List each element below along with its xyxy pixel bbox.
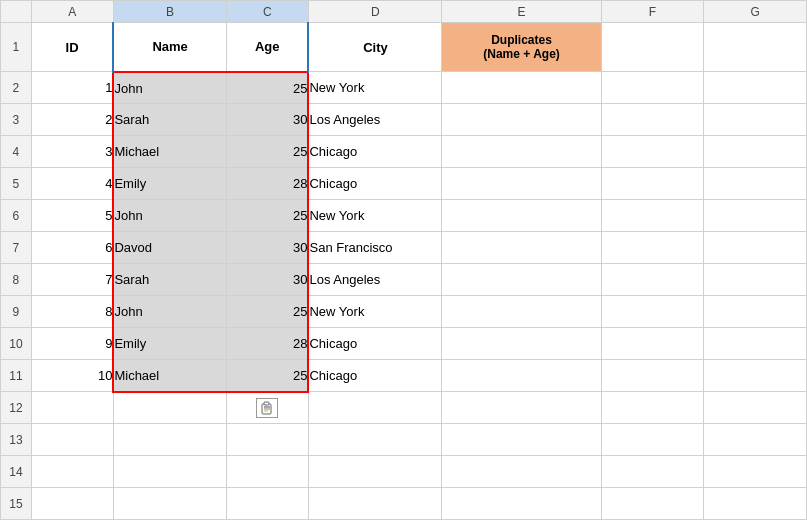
cell-d9[interactable]: New York xyxy=(308,296,441,328)
cell-b9[interactable]: John xyxy=(113,296,226,328)
cell-d11[interactable]: Chicago xyxy=(308,360,441,392)
row-header-13: 13 xyxy=(1,424,32,456)
cell-b1[interactable]: Name xyxy=(113,23,226,72)
col-header-a[interactable]: A xyxy=(31,1,113,23)
table-row: 6 5 John 25 New York xyxy=(1,200,807,232)
cell-d8[interactable]: Los Angeles xyxy=(308,264,441,296)
cell-f4 xyxy=(601,136,704,168)
cell-a8[interactable]: 7 xyxy=(31,264,113,296)
row-header-4: 4 xyxy=(1,136,32,168)
cell-c3[interactable]: 30 xyxy=(226,104,308,136)
cell-g1 xyxy=(704,23,807,72)
col-header-c[interactable]: C xyxy=(226,1,308,23)
cell-e10[interactable] xyxy=(442,328,601,360)
cell-e5[interactable] xyxy=(442,168,601,200)
spreadsheet: A B C D E F G 1 ID Name Age City Duplica… xyxy=(0,0,807,520)
table-row: 9 8 John 25 New York xyxy=(1,296,807,328)
cell-g7 xyxy=(704,232,807,264)
cell-e9[interactable] xyxy=(442,296,601,328)
cell-a12 xyxy=(31,392,113,424)
cell-e11[interactable] xyxy=(442,360,601,392)
table-row: 5 4 Emily 28 Chicago xyxy=(1,168,807,200)
cell-g12 xyxy=(704,392,807,424)
paste-icon[interactable] xyxy=(256,398,278,418)
cell-g6 xyxy=(704,200,807,232)
row-header-6: 6 xyxy=(1,200,32,232)
cell-e1[interactable]: Duplicates(Name + Age) xyxy=(442,23,601,72)
cell-a9[interactable]: 8 xyxy=(31,296,113,328)
cell-b8[interactable]: Sarah xyxy=(113,264,226,296)
cell-b11[interactable]: Michael xyxy=(113,360,226,392)
cell-a4[interactable]: 3 xyxy=(31,136,113,168)
cell-b2[interactable]: John xyxy=(113,72,226,104)
cell-b10[interactable]: Emily xyxy=(113,328,226,360)
cell-c6[interactable]: 25 xyxy=(226,200,308,232)
row-header-2: 2 xyxy=(1,72,32,104)
cell-e6[interactable] xyxy=(442,200,601,232)
cell-a3[interactable]: 2 xyxy=(31,104,113,136)
cell-c11[interactable]: 25 xyxy=(226,360,308,392)
cell-d1[interactable]: City xyxy=(308,23,441,72)
cell-f6 xyxy=(601,200,704,232)
cell-b5[interactable]: Emily xyxy=(113,168,226,200)
cell-g11 xyxy=(704,360,807,392)
cell-d13 xyxy=(308,424,441,456)
cell-f11 xyxy=(601,360,704,392)
cell-g14 xyxy=(704,456,807,488)
cell-e3[interactable] xyxy=(442,104,601,136)
cell-b7[interactable]: Davod xyxy=(113,232,226,264)
cell-f2 xyxy=(601,72,704,104)
col-header-d[interactable]: D xyxy=(308,1,441,23)
cell-e13 xyxy=(442,424,601,456)
cell-b6[interactable]: John xyxy=(113,200,226,232)
cell-e2[interactable] xyxy=(442,72,601,104)
cell-b4[interactable]: Michael xyxy=(113,136,226,168)
col-header-e[interactable]: E xyxy=(442,1,601,23)
cell-d2[interactable]: New York xyxy=(308,72,441,104)
cell-c10[interactable]: 28 xyxy=(226,328,308,360)
cell-c7[interactable]: 30 xyxy=(226,232,308,264)
cell-b13 xyxy=(113,424,226,456)
cell-d15 xyxy=(308,488,441,520)
cell-e7[interactable] xyxy=(442,232,601,264)
cell-a10[interactable]: 9 xyxy=(31,328,113,360)
cell-c13 xyxy=(226,424,308,456)
cell-d3[interactable]: Los Angeles xyxy=(308,104,441,136)
cell-c8[interactable]: 30 xyxy=(226,264,308,296)
cell-a2[interactable]: 1 xyxy=(31,72,113,104)
cell-b14 xyxy=(113,456,226,488)
cell-d7[interactable]: San Francisco xyxy=(308,232,441,264)
cell-c9[interactable]: 25 xyxy=(226,296,308,328)
cell-e12 xyxy=(442,392,601,424)
cell-a6[interactable]: 5 xyxy=(31,200,113,232)
row-header-7: 7 xyxy=(1,232,32,264)
cell-d4[interactable]: Chicago xyxy=(308,136,441,168)
cell-e4[interactable] xyxy=(442,136,601,168)
cell-a5[interactable]: 4 xyxy=(31,168,113,200)
cell-a14 xyxy=(31,456,113,488)
cell-c4[interactable]: 25 xyxy=(226,136,308,168)
cell-a7[interactable]: 6 xyxy=(31,232,113,264)
cell-c5[interactable]: 28 xyxy=(226,168,308,200)
cell-d12 xyxy=(308,392,441,424)
cell-c1[interactable]: Age xyxy=(226,23,308,72)
col-header-g[interactable]: G xyxy=(704,1,807,23)
cell-c15 xyxy=(226,488,308,520)
row-header-3: 3 xyxy=(1,104,32,136)
cell-a1[interactable]: ID xyxy=(31,23,113,72)
cell-d6[interactable]: New York xyxy=(308,200,441,232)
cell-a11[interactable]: 10 xyxy=(31,360,113,392)
cell-f5 xyxy=(601,168,704,200)
cell-e8[interactable] xyxy=(442,264,601,296)
cell-b3[interactable]: Sarah xyxy=(113,104,226,136)
col-header-f[interactable]: F xyxy=(601,1,704,23)
cell-f3 xyxy=(601,104,704,136)
cell-c2[interactable]: 25 xyxy=(226,72,308,104)
svg-rect-1 xyxy=(264,402,269,405)
row-header-8: 8 xyxy=(1,264,32,296)
cell-d5[interactable]: Chicago xyxy=(308,168,441,200)
row-header-15: 15 xyxy=(1,488,32,520)
col-header-b[interactable]: B xyxy=(113,1,226,23)
cell-d10[interactable]: Chicago xyxy=(308,328,441,360)
cell-g4 xyxy=(704,136,807,168)
